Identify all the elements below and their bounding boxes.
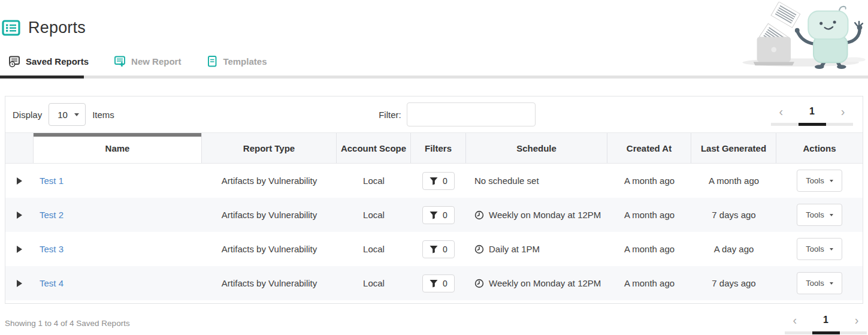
expand-row-button[interactable] (17, 212, 22, 219)
items-label: Items (92, 110, 114, 120)
clock-icon (474, 210, 484, 220)
clock-icon (474, 279, 484, 288)
filter-funnel-icon (430, 279, 438, 288)
column-header-filters[interactable]: Filters (411, 133, 466, 163)
schedule-text: No schedule set (474, 176, 539, 186)
report-type-cell: Artifacts by Vulnerability (202, 164, 337, 198)
tab-label: Saved Reports (26, 56, 89, 67)
column-header-expand (5, 133, 34, 163)
schedule-text: Weekly on Monday at 12PM (489, 210, 601, 220)
prev-page-icon[interactable]: ‹ (791, 314, 800, 326)
filter-funnel-icon (430, 177, 438, 185)
new-report-icon (114, 55, 126, 68)
horizontal-scrollbar-thumb[interactable] (34, 133, 201, 137)
clock-icon (474, 245, 484, 254)
column-header-created-at[interactable]: Created At (607, 133, 691, 163)
page-header: Reports (0, 0, 868, 37)
tools-button[interactable]: Tools (797, 204, 842, 226)
column-header-actions[interactable]: Actions (776, 133, 863, 163)
column-header-report-type[interactable]: Report Type (202, 133, 337, 163)
display-label: Display (13, 110, 42, 120)
reports-app-icon (2, 20, 20, 36)
next-page-icon[interactable]: › (852, 314, 861, 326)
display-count-value: 10 (58, 110, 68, 120)
templates-icon (206, 55, 218, 68)
tab-label: Templates (223, 56, 267, 67)
display-count-select[interactable]: 10 (49, 103, 86, 126)
column-header-name[interactable]: Name (34, 133, 202, 163)
tools-button[interactable]: Tools (797, 272, 842, 294)
robot-mascot-illustration (739, 2, 868, 69)
filter-funnel-icon (430, 211, 438, 219)
table-row: Test 2 Artifacts by Vulnerability Local … (5, 198, 863, 232)
report-name-link[interactable]: Test 3 (40, 244, 63, 254)
current-page-number[interactable]: 1 (823, 315, 828, 325)
column-header-last-generated[interactable]: Last Generated (691, 133, 776, 163)
report-type-cell: Artifacts by Vulnerability (202, 266, 337, 300)
account-scope-cell: Local (337, 164, 411, 198)
report-tabs: Saved Reports New Report Templates (0, 55, 868, 68)
chevron-down-icon (830, 180, 833, 182)
pagination-indicator-thumb (799, 123, 826, 126)
active-tab-underline (0, 76, 84, 79)
chevron-down-icon (830, 214, 833, 216)
reports-page: Reports Saved Reports New Report (0, 0, 868, 335)
saved-reports-icon (8, 55, 21, 68)
report-type-cell: Artifacts by Vulnerability (202, 198, 337, 232)
filter-label: Filter: (379, 110, 401, 120)
created-at-cell: A month ago (607, 198, 691, 232)
schedule-text: Daily at 1PM (489, 244, 540, 254)
filters-count-button[interactable]: 0 (422, 206, 455, 224)
last-generated-cell: 7 days ago (691, 198, 776, 232)
created-at-cell: A month ago (607, 266, 691, 300)
last-generated-cell: A month ago (691, 164, 776, 198)
pagination-bottom: ‹ 1 › (785, 312, 867, 334)
tools-button[interactable]: Tools (797, 170, 842, 192)
saved-reports-panel: Display 10 Items Filter: ‹ 1 › (5, 96, 863, 304)
table-controls: Display 10 Items Filter: ‹ 1 › (5, 96, 863, 132)
results-summary: Showing 1 to 4 of 4 Saved Reports (5, 319, 130, 328)
expand-row-button[interactable] (17, 177, 22, 185)
created-at-cell: A month ago (607, 232, 691, 266)
expand-row-button[interactable] (17, 246, 22, 253)
tab-saved-reports[interactable]: Saved Reports (8, 55, 89, 68)
column-header-schedule[interactable]: Schedule (466, 133, 607, 163)
table-body: Test 1 Artifacts by Vulnerability Local … (5, 164, 863, 300)
table-row: Test 4 Artifacts by Vulnerability Local … (5, 266, 863, 300)
report-type-cell: Artifacts by Vulnerability (202, 232, 337, 266)
tab-new-report[interactable]: New Report (114, 55, 181, 68)
table-footer: Showing 1 to 4 of 4 Saved Reports ‹ 1 › (5, 312, 867, 334)
table-header-row: Name Report Type Account Scope Filters S… (5, 132, 863, 164)
filter-input[interactable] (407, 102, 536, 126)
tab-label: New Report (131, 56, 181, 67)
pagination-indicator-track (785, 331, 867, 334)
last-generated-cell: 7 days ago (691, 266, 776, 300)
pagination-indicator-thumb (812, 331, 840, 334)
filter-funnel-icon (430, 245, 438, 253)
table-row: Test 1 Artifacts by Vulnerability Local … (5, 164, 863, 198)
filters-count-button[interactable]: 0 (422, 274, 455, 292)
account-scope-cell: Local (337, 232, 411, 266)
tools-button[interactable]: Tools (797, 238, 842, 260)
account-scope-cell: Local (337, 266, 411, 300)
report-name-link[interactable]: Test 4 (40, 278, 63, 288)
table-row: Test 3 Artifacts by Vulnerability Local … (5, 232, 863, 266)
account-scope-cell: Local (337, 198, 411, 232)
schedule-text: Weekly on Monday at 12PM (489, 278, 601, 288)
chevron-down-icon (830, 248, 833, 251)
current-page-number[interactable]: 1 (809, 106, 815, 117)
report-name-link[interactable]: Test 1 (40, 176, 63, 186)
page-title: Reports (28, 19, 86, 37)
report-name-link[interactable]: Test 2 (40, 210, 63, 220)
filters-count-button[interactable]: 0 (422, 240, 455, 258)
tab-underline-track (0, 76, 868, 79)
filters-count-button[interactable]: 0 (422, 172, 455, 190)
saved-reports-table: Name Report Type Account Scope Filters S… (5, 132, 863, 303)
tab-templates[interactable]: Templates (206, 55, 267, 68)
chevron-down-icon (74, 113, 79, 116)
chevron-down-icon (830, 282, 833, 285)
expand-row-button[interactable] (17, 280, 22, 287)
next-page-icon[interactable]: › (839, 105, 848, 117)
last-generated-cell: A day ago (691, 232, 776, 266)
column-header-account-scope[interactable]: Account Scope (337, 133, 411, 163)
